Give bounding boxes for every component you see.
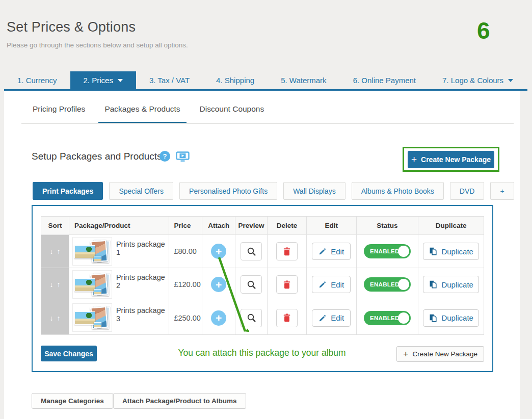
duplicate-button[interactable]: Duplicate [423, 276, 479, 293]
delete-button[interactable] [276, 275, 298, 294]
sort-up-icon[interactable]: ↑ [57, 280, 60, 289]
status-label: ENABLED [364, 315, 400, 321]
sort-up-icon[interactable]: ↑ [57, 247, 60, 255]
attach-plus-button[interactable]: + [211, 244, 226, 259]
table-header-row: Sort Package/Product Price Attach Previe… [41, 217, 484, 235]
col-header-preview: Preview [235, 217, 268, 234]
status-toggle[interactable]: ENABLED [364, 277, 411, 292]
status-toggle[interactable]: ENABLED [364, 311, 411, 325]
subtab-packages-products[interactable]: Packages & Products [98, 104, 186, 124]
col-header-duplicate: Duplicate [418, 217, 484, 234]
pencil-icon [318, 247, 327, 255]
packages-table-container: Sort Package/Product Price Attach Previe… [32, 205, 493, 372]
create-new-package-label: Create New Package [412, 350, 477, 358]
preview-button[interactable] [241, 275, 262, 294]
edit-label: Edit [331, 247, 344, 256]
package-price: £80.00 [174, 247, 196, 255]
package-product-cell: Prints package 1 [69, 235, 170, 268]
sort-down-icon[interactable]: ↓ [49, 247, 53, 255]
delete-button[interactable] [276, 309, 298, 327]
sort-up-icon[interactable]: ↑ [57, 314, 60, 322]
annotation-text: You can attach this package to your albu… [104, 348, 420, 358]
highlight-box: + Create New Package [403, 147, 499, 172]
package-product-cell: Prints package 3 [69, 301, 170, 334]
tab-watermark[interactable]: 5. Watermark [268, 71, 339, 89]
sub-tab-divider [21, 123, 514, 124]
attach-package-to-albums-button[interactable]: Attach Package/Product to Albums [113, 393, 246, 409]
toggle-knob[interactable] [398, 246, 409, 257]
tab-label: 3. Tax / VAT [149, 76, 190, 85]
preview-button[interactable] [241, 309, 262, 327]
toggle-knob[interactable] [398, 279, 409, 290]
manage-categories-button[interactable]: Manage Categories [32, 393, 113, 409]
tab-label: 7. Logo & Colours [442, 76, 503, 85]
create-new-package-button-secondary[interactable]: + Create New Package [396, 346, 484, 362]
pkg-tab-print-packages[interactable]: Print Packages [33, 182, 103, 200]
pkg-tab-special-offers[interactable]: Special Offers [109, 182, 173, 200]
plus-icon: + [403, 350, 409, 359]
duplicate-button[interactable]: Duplicate [423, 309, 479, 327]
package-name: Prints package 3 [116, 306, 169, 323]
pkg-tab-personalised-photo-gifts[interactable]: Personalised Photo Gifts [179, 182, 277, 200]
package-product-cell: Prints package 2 [69, 268, 170, 301]
edit-label: Edit [331, 280, 344, 289]
section-heading: Setup Packages and Products [32, 151, 162, 162]
tab-label: 1. Currency [17, 76, 57, 85]
edit-button[interactable]: Edit [312, 309, 351, 327]
create-new-package-button[interactable]: + Create New Package [408, 151, 494, 168]
package-thumbnail [72, 237, 112, 266]
pkg-tab-dvd[interactable]: DVD [450, 182, 485, 200]
delete-button[interactable] [276, 242, 298, 260]
sort-down-icon[interactable]: ↓ [49, 280, 53, 289]
col-header-price: Price [169, 217, 202, 234]
col-header-edit: Edit [307, 217, 357, 234]
sub-tab-bar: Pricing Profiles Packages & Products Dis… [26, 104, 277, 124]
trash-icon [282, 247, 291, 256]
subtab-discount-coupons[interactable]: Discount Coupons [194, 104, 271, 124]
package-name: Prints package 2 [116, 273, 169, 290]
package-name: Prints package 1 [116, 240, 169, 256]
status-label: ENABLED [364, 248, 400, 254]
packages-table: Sort Package/Product Price Attach Previe… [41, 216, 484, 335]
tab-label: 2. Prices [84, 76, 113, 85]
package-thumbnail [72, 270, 112, 299]
status-toggle[interactable]: ENABLED [364, 244, 411, 258]
edit-button[interactable]: Edit [312, 276, 351, 293]
package-thumbnail [72, 303, 112, 332]
duplicate-button[interactable]: Duplicate [423, 243, 479, 260]
copy-icon [429, 313, 437, 323]
preview-button[interactable] [241, 242, 262, 260]
pkg-tab-add[interactable]: + [490, 182, 514, 200]
tab-prices[interactable]: 2. Prices [70, 71, 136, 89]
save-changes-button[interactable]: Save Changes [41, 346, 97, 361]
video-tutorial-icon[interactable] [176, 151, 190, 164]
sort-handle[interactable]: ↓ ↑ [41, 235, 69, 268]
col-header-delete: Delete [268, 217, 307, 234]
help-icon[interactable]: ? [159, 151, 170, 162]
toggle-knob[interactable] [398, 312, 409, 324]
tab-currency[interactable]: 1. Currency [4, 71, 70, 89]
pkg-tab-albums-photo-books[interactable]: Albums & Photo Books [352, 182, 444, 200]
attach-plus-button[interactable]: + [211, 310, 226, 326]
trash-icon [282, 280, 291, 290]
caret-down-icon [508, 79, 513, 82]
sort-handle[interactable]: ↓ ↑ [41, 268, 69, 301]
sort-down-icon[interactable]: ↓ [49, 314, 53, 322]
pkg-tab-wall-displays[interactable]: Wall Displays [283, 182, 345, 200]
subtab-pricing-profiles[interactable]: Pricing Profiles [26, 104, 91, 124]
page-title: Set Prices & Options [7, 19, 136, 35]
duplicate-label: Duplicate [441, 280, 473, 289]
edit-button[interactable]: Edit [312, 243, 351, 260]
tab-shipping[interactable]: 4. Shipping [203, 71, 268, 89]
tab-label: 4. Shipping [216, 76, 254, 85]
magnifier-icon [247, 280, 256, 290]
tab-online-payment[interactable]: 6. Online Payment [340, 71, 429, 89]
copy-icon [429, 247, 437, 256]
content-panel: Pricing Profiles Packages & Products Dis… [4, 91, 520, 419]
package-category-tabs: Print Packages Special Offers Personalis… [33, 182, 514, 200]
sort-handle[interactable]: ↓ ↑ [41, 301, 69, 334]
tab-logo-colours[interactable]: 7. Logo & Colours [429, 71, 526, 89]
attach-plus-button[interactable]: + [211, 277, 226, 292]
pencil-icon [318, 314, 327, 322]
tab-tax-vat[interactable]: 3. Tax / VAT [136, 71, 203, 89]
